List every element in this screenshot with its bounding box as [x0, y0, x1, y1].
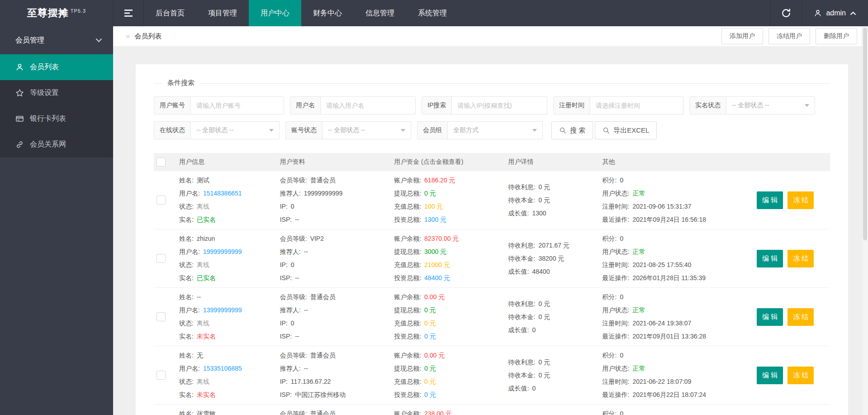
recharge-value[interactable]: 0 元: [424, 320, 436, 327]
withdraw-label: 提现总额:: [394, 248, 421, 255]
freeze-button[interactable]: 冻 结: [787, 250, 814, 267]
freeze-user-button[interactable]: 冻结用户: [768, 28, 810, 44]
last-op-value: 2026年01月28日 11:35:39: [632, 274, 706, 281]
search-legend: 条件搜索: [162, 79, 200, 87]
ip-value: 117.136.67.22: [291, 378, 331, 385]
row-checkbox[interactable]: [157, 312, 166, 321]
nav-item-projects[interactable]: 项目管理: [196, 0, 249, 26]
withdraw-value[interactable]: 0 元: [424, 365, 436, 372]
invest-value[interactable]: 0 元: [424, 391, 436, 398]
invest-value[interactable]: 0 元: [424, 333, 436, 340]
username-input[interactable]: [321, 97, 415, 114]
header-user-profile: 用户资料: [280, 158, 394, 166]
search-button[interactable]: 搜 索: [551, 121, 593, 139]
nav-item-system-management[interactable]: 系统管理: [406, 0, 459, 26]
account-input[interactable]: [191, 97, 284, 114]
sidebar-group-member-management[interactable]: 会员管理: [0, 26, 113, 54]
nav-item-finance-center[interactable]: 财务中心: [301, 0, 354, 26]
account-status-select[interactable]: -- 全部状态 --: [323, 122, 401, 139]
username-link[interactable]: 19999999999: [203, 248, 242, 255]
reg-time-value: 2021-06-22 18:07:09: [632, 378, 691, 385]
member-table: 用户信息 用户资料 用户资金 (点击金额查看) 用户详情 其他 姓名:测试 用户…: [154, 153, 830, 415]
name-value: 无: [197, 352, 203, 359]
status-label: 状态:: [179, 320, 194, 327]
balance-value[interactable]: 0.00 元: [424, 293, 445, 301]
row-checkbox[interactable]: [157, 371, 166, 380]
edit-button[interactable]: 编 辑: [757, 367, 783, 384]
refresh-button[interactable]: [770, 0, 802, 26]
balance-value[interactable]: 6186.20 元: [424, 176, 455, 184]
invest-value[interactable]: 1300 元: [424, 216, 446, 223]
freeze-button[interactable]: 冻 结: [787, 308, 814, 326]
table-row: 姓名:张雪敏 用户名: 状态: 实名: 会员等级:普通会员 推荐人: IP: I…: [154, 405, 830, 415]
export-excel-button[interactable]: 导出EXCEL: [595, 121, 657, 139]
recharge-value[interactable]: 100 元: [424, 203, 443, 210]
scrollbar-thumb[interactable]: [863, 28, 867, 240]
isp-label: ISP:: [280, 391, 292, 398]
delete-user-button[interactable]: 删除用户: [816, 28, 857, 44]
balance-value[interactable]: 238.00 元: [424, 410, 452, 415]
edit-button[interactable]: 编 辑: [757, 191, 783, 209]
admin-menu[interactable]: admin: [802, 0, 868, 26]
recharge-value[interactable]: 21000 元: [424, 261, 450, 268]
reg-time-input[interactable]: [590, 97, 683, 114]
withdraw-value[interactable]: 0 元: [424, 190, 436, 197]
points-label: 积分:: [602, 352, 617, 359]
member-group-select[interactable]: 全部方式: [448, 122, 532, 139]
username-link[interactable]: 13999999999: [203, 306, 242, 314]
realname-value: 已实名: [197, 216, 216, 223]
row-checkbox[interactable]: [157, 254, 166, 263]
select-all-checkbox[interactable]: [157, 157, 166, 167]
table-header: 用户信息 用户资料 用户资金 (点击金额查看) 用户详情 其他: [154, 153, 830, 171]
status-value: 离线: [197, 320, 209, 327]
sidebar-item-member-list[interactable]: 会员列表: [0, 54, 113, 80]
interest-label: 待收利息:: [508, 300, 536, 307]
level-label: 会员等级:: [280, 410, 307, 415]
row-actions-cell: 编 辑 冻 结: [757, 191, 830, 209]
referrer-value: 19999999999: [304, 190, 343, 197]
withdraw-value[interactable]: 3000 元: [424, 248, 446, 255]
username-link[interactable]: 15148386651: [203, 190, 242, 197]
edit-button[interactable]: 编 辑: [757, 308, 783, 326]
row-checkbox-cell: [154, 371, 179, 380]
search-icon: [602, 127, 610, 134]
realname-status-select[interactable]: -- 全部状态 --: [726, 97, 805, 114]
add-user-button[interactable]: 添加用户: [721, 28, 763, 44]
nav-item-info-management[interactable]: 信息管理: [354, 0, 406, 26]
username-link[interactable]: 15335106885: [203, 365, 242, 372]
sidebar-item-level-settings[interactable]: 等级设置: [0, 80, 113, 106]
level-label: 会员等级:: [280, 235, 307, 242]
nav-item-user-center[interactable]: 用户中心: [249, 0, 301, 26]
ip-search-input[interactable]: [452, 97, 547, 114]
isp-value: --: [295, 216, 299, 223]
user-detail-cell: 待收利息:0 元 待收本金:0 元 成长值:0: [508, 356, 602, 395]
invest-value[interactable]: 48400 元: [424, 274, 450, 281]
menu-toggle-button[interactable]: [113, 0, 144, 26]
interest-value: 2071.67 元: [539, 242, 570, 249]
nav-item-dashboard[interactable]: 后台首页: [144, 0, 196, 26]
sidebar-item-member-network[interactable]: 会员关系网: [0, 132, 113, 157]
principal-value: 0 元: [539, 196, 550, 204]
freeze-button[interactable]: 冻 结: [787, 367, 814, 384]
principal-label: 待收本金:: [508, 372, 536, 379]
recharge-value[interactable]: 0 元: [424, 378, 436, 385]
status-value: 离线: [197, 261, 209, 268]
withdraw-value[interactable]: 0 元: [424, 306, 436, 314]
online-status-select[interactable]: -- 全部状态 --: [191, 122, 269, 139]
level-value: 普通会员: [310, 410, 336, 415]
balance-value[interactable]: 82370.00 元: [424, 235, 459, 242]
user-icon: [15, 63, 24, 72]
sidebar-item-bank-card-list[interactable]: 银行卡列表: [0, 106, 113, 132]
reg-time-label: 注册时间:: [602, 320, 630, 327]
balance-label: 账户余额:: [394, 410, 421, 415]
balance-value[interactable]: 0.00 元: [424, 352, 445, 359]
freeze-button[interactable]: 冻 结: [787, 191, 814, 209]
other-cell: 积分:0 用户状态:正常 注册时间:2021-06-24 19:38:07 最近…: [602, 291, 757, 343]
row-checkbox[interactable]: [157, 196, 166, 205]
invest-label: 投资总额:: [394, 333, 421, 340]
balance-label: 账户余额:: [394, 176, 421, 184]
level-label: 会员等级:: [280, 352, 307, 359]
edit-button[interactable]: 编 辑: [757, 250, 783, 267]
interest-value: 0 元: [539, 300, 550, 307]
page-scrollbar[interactable]: [862, 26, 868, 415]
